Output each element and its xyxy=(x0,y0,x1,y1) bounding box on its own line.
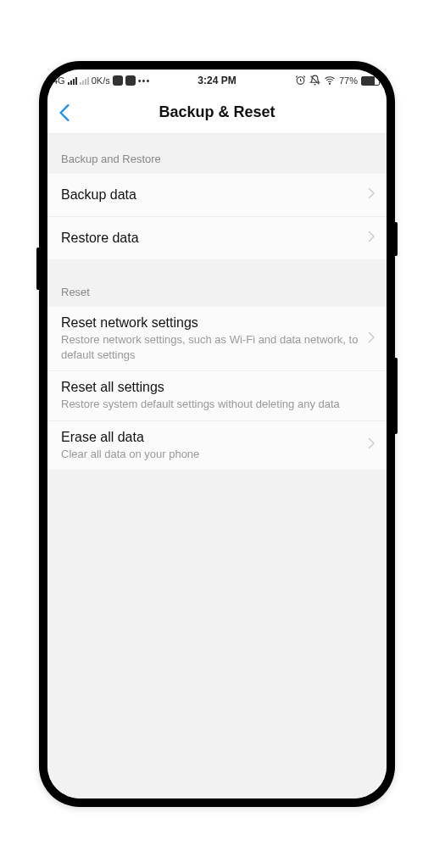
back-button[interactable] xyxy=(47,92,81,134)
status-time: 3:24 PM xyxy=(198,75,236,86)
bell-off-icon xyxy=(309,75,320,87)
nav-bar: Backup & Reset xyxy=(47,92,387,134)
signal-icon xyxy=(68,76,77,85)
status-bar: 4G 0K/s ••• 3:24 PM 77% xyxy=(47,70,387,92)
content: Backup and Restore Backup data Restore d… xyxy=(47,134,387,798)
page-title: Backup & Reset xyxy=(159,103,275,121)
item-title: Backup data xyxy=(61,187,361,203)
app-icon-1 xyxy=(113,75,123,86)
item-title: Reset network settings xyxy=(61,315,361,331)
section-header-backup: Backup and Restore xyxy=(47,134,387,174)
item-backup-data[interactable]: Backup data xyxy=(47,174,387,217)
screen: 4G 0K/s ••• 3:24 PM 77% xyxy=(47,70,387,798)
chevron-right-icon xyxy=(368,231,375,246)
app-icon-2 xyxy=(125,75,136,86)
wifi-icon xyxy=(324,75,336,87)
chevron-right-icon xyxy=(368,437,375,453)
item-title: Restore data xyxy=(61,231,361,246)
item-subtitle: Restore network settings, such as Wi-Fi … xyxy=(61,332,361,362)
item-reset-all[interactable]: Reset all settings Restore system defaul… xyxy=(47,371,387,421)
status-right: 77% xyxy=(295,75,380,87)
svg-point-2 xyxy=(329,83,330,84)
item-erase-all[interactable]: Erase all data Clear all data on your ph… xyxy=(47,421,387,470)
alarm-icon xyxy=(295,75,306,87)
status-left: 4G 0K/s ••• xyxy=(53,75,150,86)
item-reset-network[interactable]: Reset network settings Restore network s… xyxy=(47,307,387,371)
item-subtitle: Clear all data on your phone xyxy=(61,447,361,462)
chevron-left-icon xyxy=(58,103,70,122)
phone-frame: 4G 0K/s ••• 3:24 PM 77% xyxy=(39,61,395,807)
section-header-reset: Reset xyxy=(47,277,387,307)
item-title: Erase all data xyxy=(61,430,361,445)
item-title: Reset all settings xyxy=(61,380,375,395)
battery-percent: 77% xyxy=(339,75,358,86)
more-icon: ••• xyxy=(138,75,151,86)
data-speed: 0K/s xyxy=(92,75,110,86)
item-restore-data[interactable]: Restore data xyxy=(47,217,387,260)
side-button-right-2 xyxy=(395,222,398,256)
chevron-right-icon xyxy=(368,331,375,347)
chevron-right-icon xyxy=(368,187,375,203)
network-type: 4G xyxy=(53,75,65,86)
battery-icon xyxy=(361,76,380,86)
side-button-left xyxy=(36,248,39,290)
item-subtitle: Restore system default settings without … xyxy=(61,397,375,412)
side-button-right-1 xyxy=(395,358,398,434)
signal-icon-secondary xyxy=(80,76,89,85)
